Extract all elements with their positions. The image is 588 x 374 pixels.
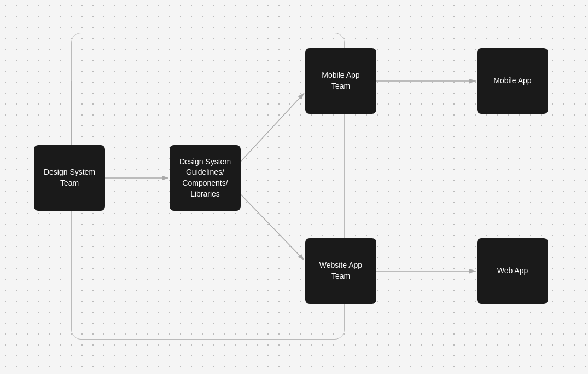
- mobile-app-label: Mobile App: [493, 76, 531, 87]
- design-system-team-label: Design SystemTeam: [44, 167, 95, 188]
- website-app-team-node: Website App Team: [305, 238, 376, 304]
- design-system-guidelines-node: Design SystemGuidelines/Components/Libra…: [170, 145, 241, 211]
- svg-line-3: [241, 194, 304, 260]
- design-system-guidelines-label: Design SystemGuidelines/Components/Libra…: [179, 157, 231, 199]
- mobile-app-team-node: Mobile App Team: [305, 48, 376, 114]
- web-app-label: Web App: [497, 266, 528, 277]
- diagram-container: Design SystemTeam Design SystemGuideline…: [0, 0, 588, 374]
- website-app-team-label: Website App Team: [312, 260, 370, 281]
- mobile-app-node: Mobile App: [477, 48, 548, 114]
- design-system-team-node: Design SystemTeam: [34, 145, 105, 211]
- web-app-node: Web App: [477, 238, 548, 304]
- mobile-app-team-label: Mobile App Team: [312, 70, 370, 91]
- svg-line-2: [241, 93, 304, 162]
